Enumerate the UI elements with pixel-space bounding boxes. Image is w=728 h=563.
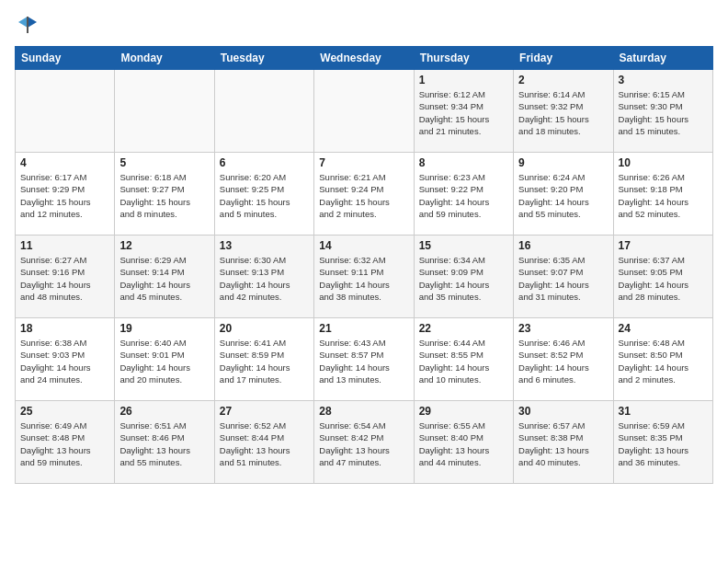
calendar-cell: 10Sunrise: 6:26 AMSunset: 9:18 PMDayligh… bbox=[613, 153, 712, 236]
calendar-cell: 9Sunrise: 6:24 AMSunset: 9:20 PMDaylight… bbox=[514, 153, 613, 236]
svg-rect-2 bbox=[27, 17, 28, 33]
day-number: 24 bbox=[619, 322, 708, 335]
calendar-cell: 23Sunrise: 6:46 AMSunset: 8:52 PMDayligh… bbox=[514, 318, 613, 401]
calendar-cell: 14Sunrise: 6:32 AMSunset: 9:11 PMDayligh… bbox=[314, 236, 414, 318]
svg-marker-1 bbox=[18, 17, 28, 28]
day-info: Sunrise: 6:34 AMSunset: 9:09 PMDaylight:… bbox=[419, 254, 508, 303]
weekday-header-friday: Friday bbox=[514, 47, 613, 70]
day-info: Sunrise: 6:49 AMSunset: 8:48 PMDaylight:… bbox=[20, 419, 109, 468]
calendar-header: SundayMondayTuesdayWednesdayThursdayFrid… bbox=[16, 47, 713, 70]
day-number: 31 bbox=[619, 405, 708, 418]
day-number: 29 bbox=[419, 405, 508, 418]
day-number: 22 bbox=[419, 322, 508, 335]
weekday-header-saturday: Saturday bbox=[613, 47, 712, 70]
calendar-cell: 27Sunrise: 6:52 AMSunset: 8:44 PMDayligh… bbox=[214, 401, 313, 484]
day-info: Sunrise: 6:41 AMSunset: 8:59 PMDaylight:… bbox=[220, 337, 309, 385]
day-info: Sunrise: 6:24 AMSunset: 9:20 PMDaylight:… bbox=[518, 171, 608, 220]
day-info: Sunrise: 6:51 AMSunset: 8:46 PMDaylight:… bbox=[119, 419, 209, 468]
calendar-week-1: 1Sunrise: 6:12 AMSunset: 9:34 PMDaylight… bbox=[16, 70, 713, 153]
day-number: 2 bbox=[518, 74, 608, 86]
day-info: Sunrise: 6:35 AMSunset: 9:07 PMDaylight:… bbox=[518, 254, 608, 303]
day-info: Sunrise: 6:18 AMSunset: 9:27 PMDaylight:… bbox=[119, 171, 209, 220]
calendar-cell: 3Sunrise: 6:15 AMSunset: 9:30 PMDaylight… bbox=[613, 70, 712, 153]
day-number: 10 bbox=[619, 156, 708, 169]
calendar-cell: 6Sunrise: 6:20 AMSunset: 9:25 PMDaylight… bbox=[214, 153, 313, 236]
day-number: 8 bbox=[419, 156, 508, 169]
weekday-header-thursday: Thursday bbox=[414, 47, 513, 70]
day-info: Sunrise: 6:37 AMSunset: 9:05 PMDaylight:… bbox=[619, 254, 708, 303]
calendar-cell bbox=[16, 70, 115, 153]
day-info: Sunrise: 6:38 AMSunset: 9:03 PMDaylight:… bbox=[20, 337, 109, 385]
calendar-cell: 24Sunrise: 6:48 AMSunset: 8:50 PMDayligh… bbox=[613, 318, 712, 401]
calendar-cell: 19Sunrise: 6:40 AMSunset: 9:01 PMDayligh… bbox=[115, 318, 214, 401]
calendar-cell: 25Sunrise: 6:49 AMSunset: 8:48 PMDayligh… bbox=[16, 401, 115, 484]
calendar-cell: 16Sunrise: 6:35 AMSunset: 9:07 PMDayligh… bbox=[514, 236, 613, 318]
calendar-cell bbox=[115, 70, 214, 153]
day-number: 9 bbox=[518, 156, 608, 169]
day-info: Sunrise: 6:46 AMSunset: 8:52 PMDaylight:… bbox=[518, 337, 608, 385]
logo bbox=[15, 15, 39, 37]
logo-flag-icon bbox=[17, 15, 39, 37]
day-number: 6 bbox=[220, 156, 309, 169]
calendar-cell: 18Sunrise: 6:38 AMSunset: 9:03 PMDayligh… bbox=[16, 318, 115, 401]
day-info: Sunrise: 6:27 AMSunset: 9:16 PMDaylight:… bbox=[20, 254, 109, 303]
calendar-cell: 28Sunrise: 6:54 AMSunset: 8:42 PMDayligh… bbox=[314, 401, 414, 484]
day-info: Sunrise: 6:21 AMSunset: 9:24 PMDaylight:… bbox=[319, 171, 408, 220]
calendar-cell: 20Sunrise: 6:41 AMSunset: 8:59 PMDayligh… bbox=[214, 318, 313, 401]
calendar-cell: 1Sunrise: 6:12 AMSunset: 9:34 PMDaylight… bbox=[414, 70, 513, 153]
calendar-cell: 15Sunrise: 6:34 AMSunset: 9:09 PMDayligh… bbox=[414, 236, 513, 318]
day-info: Sunrise: 6:44 AMSunset: 8:55 PMDaylight:… bbox=[419, 337, 508, 385]
page-header bbox=[15, 15, 713, 37]
calendar-cell: 12Sunrise: 6:29 AMSunset: 9:14 PMDayligh… bbox=[115, 236, 214, 318]
day-number: 15 bbox=[419, 239, 508, 252]
day-info: Sunrise: 6:54 AMSunset: 8:42 PMDaylight:… bbox=[319, 419, 408, 468]
calendar-week-5: 25Sunrise: 6:49 AMSunset: 8:48 PMDayligh… bbox=[16, 401, 713, 484]
calendar-body: 1Sunrise: 6:12 AMSunset: 9:34 PMDaylight… bbox=[16, 70, 713, 484]
logo-area bbox=[15, 15, 39, 37]
day-info: Sunrise: 6:57 AMSunset: 8:38 PMDaylight:… bbox=[518, 419, 608, 468]
day-info: Sunrise: 6:14 AMSunset: 9:32 PMDaylight:… bbox=[518, 88, 608, 137]
calendar-cell: 4Sunrise: 6:17 AMSunset: 9:29 PMDaylight… bbox=[16, 153, 115, 236]
day-info: Sunrise: 6:20 AMSunset: 9:25 PMDaylight:… bbox=[220, 171, 309, 220]
day-number: 1 bbox=[419, 74, 508, 86]
calendar-cell: 8Sunrise: 6:23 AMSunset: 9:22 PMDaylight… bbox=[414, 153, 513, 236]
day-info: Sunrise: 6:23 AMSunset: 9:22 PMDaylight:… bbox=[419, 171, 508, 220]
day-info: Sunrise: 6:52 AMSunset: 8:44 PMDaylight:… bbox=[220, 419, 309, 468]
day-number: 27 bbox=[220, 405, 309, 418]
day-info: Sunrise: 6:43 AMSunset: 8:57 PMDaylight:… bbox=[319, 337, 408, 385]
calendar-cell: 31Sunrise: 6:59 AMSunset: 8:35 PMDayligh… bbox=[613, 401, 712, 484]
calendar-cell: 13Sunrise: 6:30 AMSunset: 9:13 PMDayligh… bbox=[214, 236, 313, 318]
calendar-cell: 21Sunrise: 6:43 AMSunset: 8:57 PMDayligh… bbox=[314, 318, 414, 401]
calendar-cell: 29Sunrise: 6:55 AMSunset: 8:40 PMDayligh… bbox=[414, 401, 513, 484]
weekday-header-tuesday: Tuesday bbox=[214, 47, 313, 70]
day-info: Sunrise: 6:32 AMSunset: 9:11 PMDaylight:… bbox=[319, 254, 408, 303]
day-number: 25 bbox=[20, 405, 109, 418]
day-number: 12 bbox=[119, 239, 209, 252]
day-number: 17 bbox=[619, 239, 708, 252]
day-number: 26 bbox=[119, 405, 209, 418]
calendar-cell: 11Sunrise: 6:27 AMSunset: 9:16 PMDayligh… bbox=[16, 236, 115, 318]
svg-marker-0 bbox=[28, 17, 37, 28]
day-info: Sunrise: 6:26 AMSunset: 9:18 PMDaylight:… bbox=[619, 171, 708, 220]
day-info: Sunrise: 6:29 AMSunset: 9:14 PMDaylight:… bbox=[119, 254, 209, 303]
day-number: 14 bbox=[319, 239, 408, 252]
day-number: 3 bbox=[619, 74, 708, 86]
calendar-cell bbox=[314, 70, 414, 153]
calendar-cell: 17Sunrise: 6:37 AMSunset: 9:05 PMDayligh… bbox=[613, 236, 712, 318]
calendar-week-2: 4Sunrise: 6:17 AMSunset: 9:29 PMDaylight… bbox=[16, 153, 713, 236]
day-number: 21 bbox=[319, 322, 408, 335]
day-info: Sunrise: 6:55 AMSunset: 8:40 PMDaylight:… bbox=[419, 419, 508, 468]
day-info: Sunrise: 6:12 AMSunset: 9:34 PMDaylight:… bbox=[419, 88, 508, 137]
day-number: 7 bbox=[319, 156, 408, 169]
calendar-week-3: 11Sunrise: 6:27 AMSunset: 9:16 PMDayligh… bbox=[16, 236, 713, 318]
weekday-header-monday: Monday bbox=[115, 47, 214, 70]
day-info: Sunrise: 6:59 AMSunset: 8:35 PMDaylight:… bbox=[619, 419, 708, 468]
day-number: 18 bbox=[20, 322, 109, 335]
day-number: 13 bbox=[220, 239, 309, 252]
day-info: Sunrise: 6:40 AMSunset: 9:01 PMDaylight:… bbox=[119, 337, 209, 385]
calendar-cell: 2Sunrise: 6:14 AMSunset: 9:32 PMDaylight… bbox=[514, 70, 613, 153]
calendar-cell: 26Sunrise: 6:51 AMSunset: 8:46 PMDayligh… bbox=[115, 401, 214, 484]
calendar-cell: 22Sunrise: 6:44 AMSunset: 8:55 PMDayligh… bbox=[414, 318, 513, 401]
calendar-table: SundayMondayTuesdayWednesdayThursdayFrid… bbox=[15, 46, 713, 484]
weekday-header-sunday: Sunday bbox=[16, 47, 115, 70]
